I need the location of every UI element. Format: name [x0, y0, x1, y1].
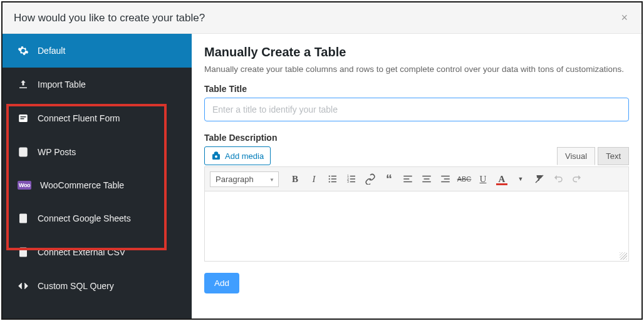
- sidebar-item-external-csv[interactable]: Connect External CSV: [3, 235, 192, 269]
- sidebar-item-label: Connect Fluent Form: [38, 113, 120, 123]
- create-table-modal: How would you like to create your table?…: [1, 1, 643, 320]
- upload-icon: [18, 79, 29, 90]
- tab-text[interactable]: Text: [598, 147, 629, 165]
- svg-rect-7: [331, 176, 336, 177]
- sidebar-item-label: Connect Google Sheets: [38, 213, 131, 223]
- editor-tabs: Visual Text: [554, 147, 629, 165]
- svg-rect-23: [422, 181, 431, 183]
- svg-rect-13: [350, 176, 355, 177]
- csv-icon: [18, 247, 29, 258]
- svg-point-6: [329, 175, 330, 176]
- redo-button[interactable]: [568, 170, 586, 188]
- svg-rect-9: [331, 178, 336, 180]
- svg-text:3: 3: [347, 180, 349, 183]
- editor-textarea[interactable]: [204, 191, 629, 262]
- sidebar-item-wp-posts[interactable]: WP Posts: [3, 135, 192, 169]
- svg-point-10: [329, 181, 330, 182]
- editor-top-bar: Add media Visual Text: [204, 146, 629, 165]
- align-right-button[interactable]: [437, 170, 454, 188]
- title-label: Table Title: [204, 84, 629, 94]
- underline-button[interactable]: U: [474, 170, 492, 188]
- sidebar-item-default[interactable]: Default: [3, 34, 192, 68]
- svg-rect-17: [350, 181, 355, 183]
- svg-rect-15: [350, 178, 355, 180]
- svg-rect-2: [21, 118, 24, 120]
- bullet-list-button[interactable]: [324, 170, 341, 188]
- svg-rect-21: [422, 176, 431, 177]
- gear-icon: [18, 45, 29, 56]
- modal-body: Default Import Table Connect Fluent Form…: [3, 34, 641, 318]
- editor-toolbar: Paragraph B I 123 “ ABC U A ▼: [204, 166, 629, 191]
- media-icon: [211, 151, 221, 161]
- modal-header: How would you like to create your table?…: [3, 3, 641, 34]
- sidebar-item-label: WooCommerce Table: [40, 180, 124, 190]
- modal-title: How would you like to create your table?: [14, 12, 205, 24]
- link-button[interactable]: [361, 170, 379, 188]
- color-chevron-button[interactable]: ▼: [512, 170, 529, 188]
- description-label: Table Description: [204, 133, 629, 143]
- content-description: Manually create your table columns and r…: [204, 64, 629, 74]
- text-color-button[interactable]: A: [493, 170, 511, 188]
- sidebar-item-google-sheets[interactable]: Connect Google Sheets: [3, 201, 192, 235]
- sidebar-item-label: Custom SQL Query: [38, 281, 114, 291]
- paragraph-select[interactable]: Paragraph: [210, 171, 279, 187]
- undo-button[interactable]: [549, 170, 567, 188]
- sidebar-item-label: Default: [38, 46, 65, 56]
- svg-rect-19: [403, 178, 409, 180]
- numbered-list-button[interactable]: 123: [343, 170, 360, 188]
- sidebar-item-woocommerce[interactable]: Woo WooCommerce Table: [3, 169, 192, 201]
- quote-button[interactable]: “: [380, 170, 398, 188]
- clear-format-button[interactable]: [531, 170, 548, 188]
- svg-rect-26: [441, 181, 450, 183]
- svg-rect-18: [403, 176, 412, 177]
- sidebar: Default Import Table Connect Fluent Form…: [3, 34, 192, 318]
- table-title-input[interactable]: [204, 98, 629, 121]
- add-media-label: Add media: [225, 151, 264, 161]
- close-icon[interactable]: ×: [618, 11, 630, 24]
- italic-button[interactable]: I: [305, 170, 323, 188]
- svg-rect-25: [444, 178, 450, 180]
- code-icon: [18, 280, 29, 292]
- sidebar-item-label: Connect External CSV: [38, 247, 125, 257]
- svg-rect-11: [331, 181, 336, 183]
- svg-rect-22: [424, 178, 430, 180]
- sidebar-item-sql-query[interactable]: Custom SQL Query: [3, 269, 192, 303]
- form-icon: [18, 113, 29, 124]
- sidebar-item-fluent-form[interactable]: Connect Fluent Form: [3, 101, 192, 135]
- sheet-icon: [18, 213, 29, 224]
- svg-rect-24: [441, 176, 450, 177]
- align-center-button[interactable]: [418, 170, 435, 188]
- sidebar-item-label: Import Table: [38, 79, 86, 89]
- svg-point-8: [329, 178, 330, 180]
- bold-button[interactable]: B: [286, 170, 304, 188]
- main-content: Manually Create a Table Manually create …: [192, 34, 641, 318]
- align-left-button[interactable]: [399, 170, 417, 188]
- add-media-button[interactable]: Add media: [204, 146, 271, 165]
- svg-rect-1: [21, 116, 26, 118]
- sidebar-item-import[interactable]: Import Table: [3, 68, 192, 101]
- woo-icon: Woo: [18, 181, 31, 190]
- svg-rect-20: [403, 181, 412, 183]
- post-icon: [18, 146, 29, 158]
- tab-visual[interactable]: Visual: [557, 147, 595, 165]
- add-button[interactable]: Add: [204, 273, 239, 293]
- sidebar-item-label: WP Posts: [38, 147, 76, 157]
- strikethrough-button[interactable]: ABC: [455, 170, 473, 188]
- content-heading: Manually Create a Table: [204, 45, 629, 59]
- resize-handle-icon[interactable]: [620, 252, 627, 260]
